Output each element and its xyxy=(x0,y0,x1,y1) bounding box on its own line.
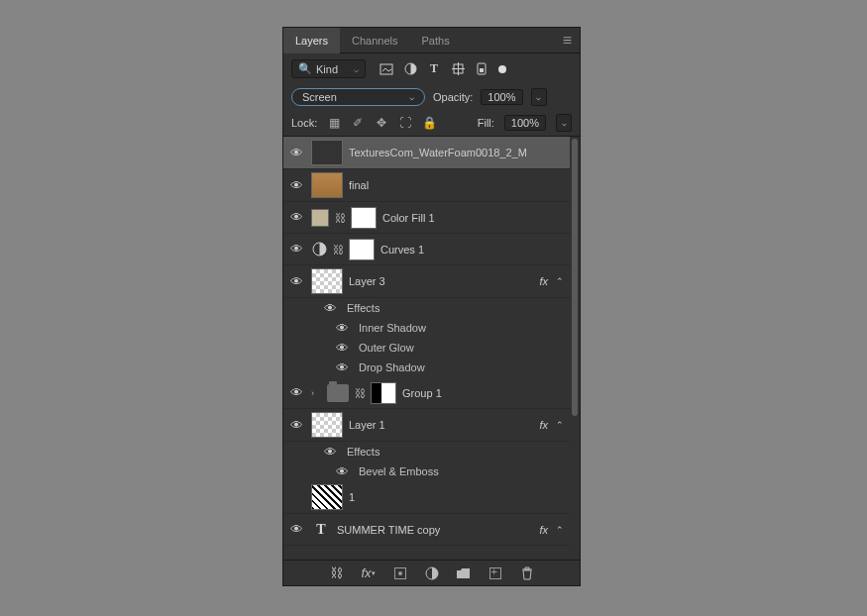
effects-collapse-icon[interactable]: ⌃ xyxy=(556,276,564,286)
layer-name[interactable]: Color Fill 1 xyxy=(382,212,566,224)
layer-name[interactable]: SUMMER TIME copy xyxy=(337,524,533,536)
new-layer-button[interactable] xyxy=(488,565,503,581)
kind-label: Kind xyxy=(316,63,338,75)
filter-adjustment-icon[interactable] xyxy=(403,62,417,76)
visibility-toggle[interactable]: 👁 xyxy=(321,301,339,316)
filter-toggle-icon[interactable] xyxy=(498,65,506,73)
visibility-toggle[interactable]: 👁 xyxy=(287,385,305,400)
effects-label: Effects xyxy=(347,302,379,314)
layers-inner: 👁 TexturesCom_WaterFoam0018_2_M 👁 final … xyxy=(283,137,570,560)
layer-row[interactable]: 👁 › ⛓ Group 1 xyxy=(283,377,570,409)
add-mask-button[interactable] xyxy=(392,565,408,581)
panel-tabs: Layers Channels Paths ≡ xyxy=(283,28,580,53)
layer-row[interactable]: 👁 Layer 3 fx ⌃ xyxy=(283,265,570,298)
layers-list: 👁 TexturesCom_WaterFoam0018_2_M 👁 final … xyxy=(283,137,580,560)
lock-all-icon[interactable]: 🔒 xyxy=(422,116,436,130)
lock-icons: ▦ ✐ ✥ ⛶ 🔒 xyxy=(327,116,436,130)
layer-row[interactable]: 👁 TexturesCom_WaterFoam0018_2_M xyxy=(283,137,570,169)
add-group-button[interactable] xyxy=(456,565,472,581)
effect-row[interactable]: 👁 Drop Shadow xyxy=(283,358,570,377)
layer-name[interactable]: Layer 1 xyxy=(349,419,533,431)
filter-smart-icon[interactable] xyxy=(475,62,488,76)
lock-paint-icon[interactable]: ✐ xyxy=(351,116,365,130)
panel-menu-icon[interactable]: ≡ xyxy=(563,32,572,50)
link-icon[interactable]: ⛓ xyxy=(355,387,365,399)
add-adjustment-button[interactable] xyxy=(424,565,440,581)
layer-name[interactable]: Group 1 xyxy=(402,387,566,399)
chevron-down-icon: ⌵ xyxy=(354,64,359,74)
visibility-toggle[interactable]: 👁 xyxy=(333,341,351,356)
layer-name[interactable]: TexturesCom_WaterFoam0018_2_M xyxy=(349,147,566,158)
folder-icon xyxy=(327,384,349,402)
opacity-chevron[interactable]: ⌵ xyxy=(531,88,547,106)
layer-thumbnail[interactable] xyxy=(311,172,343,198)
layer-thumbnail[interactable] xyxy=(311,140,343,165)
tab-paths[interactable]: Paths xyxy=(410,28,462,53)
layer-thumbnail[interactable] xyxy=(311,412,343,438)
visibility-toggle[interactable]: 👁 xyxy=(287,522,305,537)
filter-icons: T xyxy=(379,62,506,76)
blend-mode-select[interactable]: Screen ⌵ xyxy=(291,88,425,106)
delete-layer-button[interactable] xyxy=(519,565,535,581)
opacity-value[interactable]: 100% xyxy=(481,89,522,105)
link-icon[interactable]: ⛓ xyxy=(335,212,345,224)
filter-pixel-icon[interactable] xyxy=(379,62,393,76)
add-fx-button[interactable]: fx▾ xyxy=(361,565,377,581)
layer-thumbnail[interactable] xyxy=(311,268,343,294)
effect-name: Outer Glow xyxy=(359,342,414,354)
filter-row: 🔍 Kind ⌵ T xyxy=(283,53,580,84)
svg-rect-6 xyxy=(480,68,484,72)
filter-type-icon[interactable]: T xyxy=(427,62,441,76)
chevron-down-icon: ⌵ xyxy=(409,92,414,102)
visibility-toggle[interactable]: 👁 xyxy=(333,321,351,336)
expand-icon[interactable]: › xyxy=(311,388,321,398)
lock-transparency-icon[interactable]: ▦ xyxy=(327,116,341,130)
filter-kind-select[interactable]: 🔍 Kind ⌵ xyxy=(291,59,366,78)
visibility-toggle[interactable]: 👁 xyxy=(287,210,305,225)
effect-row[interactable]: 👁 Outer Glow xyxy=(283,338,570,358)
effects-collapse-icon[interactable]: ⌃ xyxy=(556,420,564,430)
layer-name[interactable]: Curves 1 xyxy=(380,244,566,256)
blend-mode-value: Screen xyxy=(302,91,337,103)
visibility-toggle[interactable]: 👁 xyxy=(287,418,305,433)
layer-mask[interactable] xyxy=(351,207,377,229)
layer-mask[interactable] xyxy=(349,239,375,260)
layer-name[interactable]: 1 xyxy=(349,491,566,503)
layer-row[interactable]: 1 xyxy=(283,481,570,514)
lock-artboard-icon[interactable]: ⛶ xyxy=(398,116,412,130)
layer-name[interactable]: final xyxy=(349,179,566,191)
curves-icon xyxy=(311,242,327,257)
layer-thumbnail[interactable] xyxy=(311,484,343,510)
visibility-toggle[interactable]: 👁 xyxy=(287,178,305,193)
layer-row[interactable]: 👁 ⛓ Curves 1 xyxy=(283,234,570,265)
visibility-toggle[interactable]: 👁 xyxy=(287,146,305,160)
tab-layers[interactable]: Layers xyxy=(283,28,340,53)
visibility-toggle[interactable]: 👁 xyxy=(333,360,351,375)
layer-row[interactable]: 👁 T SUMMER TIME copy fx ⌃ xyxy=(283,514,570,546)
effect-row[interactable]: 👁 Inner Shadow xyxy=(283,318,570,338)
link-layers-button[interactable]: ⛓ xyxy=(329,565,345,581)
layer-mask[interactable] xyxy=(371,382,396,404)
lock-row: Lock: ▦ ✐ ✥ ⛶ 🔒 Fill: 100% ⌵ xyxy=(283,110,580,137)
lock-position-icon[interactable]: ✥ xyxy=(375,116,388,130)
layer-row[interactable]: 👁 final xyxy=(283,169,570,202)
effect-row[interactable]: 👁 Bevel & Emboss xyxy=(283,462,570,481)
visibility-toggle[interactable]: 👁 xyxy=(321,445,339,460)
opacity-label: Opacity: xyxy=(433,91,473,103)
visibility-toggle[interactable]: 👁 xyxy=(287,242,305,257)
layer-name[interactable]: Layer 3 xyxy=(349,275,533,287)
effects-collapse-icon[interactable]: ⌃ xyxy=(556,525,564,535)
scrollbar[interactable] xyxy=(572,139,578,416)
layer-row[interactable]: 👁 ⛓ Color Fill 1 xyxy=(283,202,570,234)
adjustment-swatch[interactable] xyxy=(311,209,329,227)
visibility-toggle[interactable]: 👁 xyxy=(333,464,351,479)
effects-header: 👁 Effects xyxy=(283,442,570,462)
link-icon[interactable]: ⛓ xyxy=(333,244,343,256)
tab-channels[interactable]: Channels xyxy=(340,28,409,53)
visibility-toggle[interactable]: 👁 xyxy=(287,274,305,289)
filter-shape-icon[interactable] xyxy=(451,62,465,76)
fill-value[interactable]: 100% xyxy=(504,115,546,131)
type-layer-icon: T xyxy=(311,522,331,538)
layer-row[interactable]: 👁 Layer 1 fx ⌃ xyxy=(283,409,570,442)
fill-chevron[interactable]: ⌵ xyxy=(556,114,572,132)
